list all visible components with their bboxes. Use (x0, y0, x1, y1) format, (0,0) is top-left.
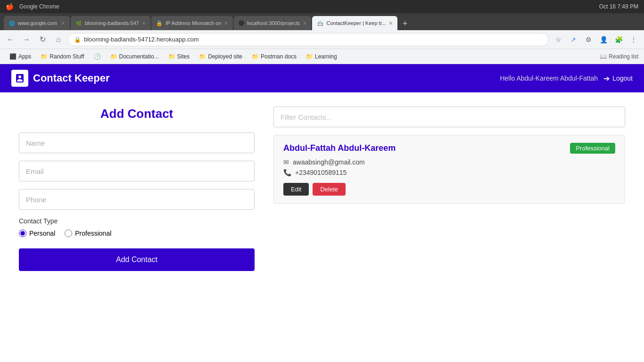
url-text: blooming-badlands-54712.herokuapp.com (84, 36, 543, 43)
tab-ip[interactable]: 🔒 IP Address Mismatch on × (151, 16, 233, 30)
contact-phone: +2349010589115 (295, 169, 347, 176)
menu-icon[interactable]: ⋮ (627, 33, 640, 46)
logout-button[interactable]: ➔ Logout (603, 74, 633, 83)
tab-localhost[interactable]: localhost:3000/projects × (234, 16, 312, 30)
bookmark-folder-icon-random: 📁 (41, 53, 48, 60)
delete-button[interactable]: Delete (313, 183, 346, 196)
bookmark-deployed[interactable]: 📁 Deployed site (195, 52, 246, 61)
tab-close-ip[interactable]: × (224, 19, 228, 27)
phone-icon: 📞 (283, 169, 291, 176)
contact-phone-row: 📞 +2349010589115 (283, 169, 615, 176)
logo-icon (11, 70, 28, 87)
tab-close-localhost[interactable]: × (303, 19, 306, 27)
tab-favicon-google: 🌐 (8, 20, 15, 26)
settings-icon[interactable]: ⚙ (582, 33, 595, 46)
contact-actions: Edit Delete (283, 183, 615, 196)
contact-card-header: Abdul-Fattah Abdul-Kareem Professional (283, 143, 615, 154)
tab-close-contactkeeper[interactable]: × (389, 19, 393, 27)
tab-label-google: www.google.com (18, 20, 58, 26)
add-contact-form: Add Contact Contact Type Personal Profes… (19, 107, 255, 271)
header-nav: Hello Abdul-Kareem Abdul-Fattah ➔ Logout (500, 74, 633, 83)
bookmark-sites-label: Sites (177, 53, 190, 60)
header-greeting: Hello Abdul-Kareem Abdul-Fattah (500, 74, 598, 82)
reading-list-button[interactable]: 📖 Reading list (600, 53, 638, 60)
system-time: Oct 16 7:49 PM (599, 3, 638, 10)
app-header: Contact Keeper Hello Abdul-Kareem Abdul-… (0, 64, 644, 92)
tab-favicon-blooming: 🌿 (75, 20, 82, 26)
contacts-section: Abdul-Fattah Abdul-Kareem Professional ✉… (273, 107, 625, 271)
puzzle-icon[interactable]: 🧩 (612, 33, 625, 46)
bookmark-folder-icon-postman: 📁 (252, 53, 259, 60)
address-bar[interactable]: 🔒 blooming-badlands-54712.herokuapp.com (68, 33, 549, 46)
tab-bar: 🌐 www.google.com × 🌿 blooming-badlands-5… (0, 13, 644, 30)
lock-icon: 🔒 (74, 36, 81, 43)
bookmark-apps[interactable]: ⬛ Apps (6, 52, 35, 61)
bookmark-folder-icon-sites: 📁 (168, 53, 175, 60)
tab-close-google[interactable]: × (61, 19, 65, 27)
email-icon: ✉ (283, 158, 289, 166)
bookmark-learning-label: Learning (315, 53, 337, 60)
reload-button[interactable]: ↻ (36, 33, 49, 46)
contact-card: Abdul-Fattah Abdul-Kareem Professional ✉… (273, 135, 625, 204)
tab-contactkeeper[interactable]: 📇 ContactKeeper | Keep tr... × (312, 16, 397, 30)
radio-personal[interactable] (19, 230, 26, 237)
bookmark-apps-label: Apps (18, 53, 31, 60)
tab-label-blooming: blooming-badlands-547 (85, 20, 139, 26)
back-button[interactable]: ← (4, 33, 17, 46)
bookmark-star-icon[interactable]: ☆ (552, 33, 565, 46)
tab-label-ip: IP Address Mismatch on (165, 20, 221, 26)
apple-icon: 🍎 (6, 3, 14, 10)
radio-professional[interactable] (65, 230, 72, 237)
tab-close-blooming[interactable]: × (142, 19, 146, 27)
radio-professional-option[interactable]: Professional (65, 230, 111, 237)
email-input[interactable] (19, 161, 255, 181)
contact-email: awaabsingh@gmail.com (293, 158, 365, 166)
bookmark-random-label: Random Stuff (50, 53, 84, 60)
bookmark-learning[interactable]: 📁 Learning (302, 52, 341, 61)
bookmark-postman[interactable]: 📁 Postman docs (248, 52, 300, 61)
main-content: Add Contact Contact Type Personal Profes… (0, 92, 644, 285)
tab-label-contactkeeper: ContactKeeper | Keep tr... (326, 20, 386, 26)
bookmark-documentation-label: Documentatio... (119, 53, 159, 60)
bookmark-apps-icon: ⬛ (9, 53, 17, 60)
tab-favicon-contactkeeper: 📇 (317, 20, 323, 26)
navigation-bar: ← → ↻ ⌂ 🔒 blooming-badlands-54712.heroku… (0, 30, 644, 49)
app-container: Contact Keeper Hello Abdul-Kareem Abdul-… (0, 64, 644, 337)
logout-label: Logout (612, 74, 633, 82)
forward-button[interactable]: → (20, 33, 33, 46)
tab-favicon-ip: 🔒 (156, 20, 163, 26)
radio-personal-option[interactable]: Personal (19, 230, 55, 237)
contact-type-options: Personal Professional (19, 230, 255, 237)
nav-icon-group: ☆ ↗ ⚙ 👤 🧩 ⋮ (552, 33, 640, 46)
history-icon: 🕐 (94, 53, 101, 60)
app-title: Contact Keeper (33, 72, 110, 84)
tab-blooming[interactable]: 🌿 blooming-badlands-547 × (71, 16, 150, 30)
edit-button[interactable]: Edit (283, 183, 309, 196)
chrome-cast-icon[interactable]: ↗ (567, 33, 580, 46)
add-contact-button[interactable]: Add Contact (19, 248, 255, 271)
home-button[interactable]: ⌂ (52, 33, 65, 46)
radio-personal-label: Personal (29, 230, 55, 237)
bookmark-folder-icon-learning: 📁 (306, 53, 313, 60)
bookmark-folder-icon-doc: 📁 (110, 53, 117, 60)
bookmark-deployed-label: Deployed site (208, 53, 242, 60)
bookmark-sites[interactable]: 📁 Sites (165, 52, 194, 61)
svg-point-1 (18, 75, 21, 78)
contact-email-row: ✉ awaabsingh@gmail.com (283, 158, 615, 166)
name-input[interactable] (19, 132, 255, 153)
bookmark-random[interactable]: 📁 Random Stuff (37, 52, 88, 61)
bookmark-documentation[interactable]: 📁 Documentatio... (107, 52, 163, 61)
tab-favicon-localhost (239, 20, 244, 26)
bookmark-folder-icon-deployed: 📁 (199, 53, 206, 60)
new-tab-button[interactable]: + (398, 17, 412, 30)
form-title: Add Contact (19, 107, 255, 121)
contact-name: Abdul-Fattah Abdul-Kareem (283, 143, 396, 153)
filter-input[interactable] (273, 107, 625, 127)
account-icon[interactable]: 👤 (597, 33, 610, 46)
tab-google[interactable]: 🌐 www.google.com × (4, 16, 70, 30)
phone-input[interactable] (19, 189, 255, 210)
bookmark-history[interactable]: 🕐 (90, 52, 105, 61)
contact-info: ✉ awaabsingh@gmail.com 📞 +2349010589115 (283, 158, 615, 176)
title-bar: 🍎 Google Chrome Oct 16 7:49 PM (0, 0, 644, 13)
header-logo: Contact Keeper (11, 70, 500, 87)
